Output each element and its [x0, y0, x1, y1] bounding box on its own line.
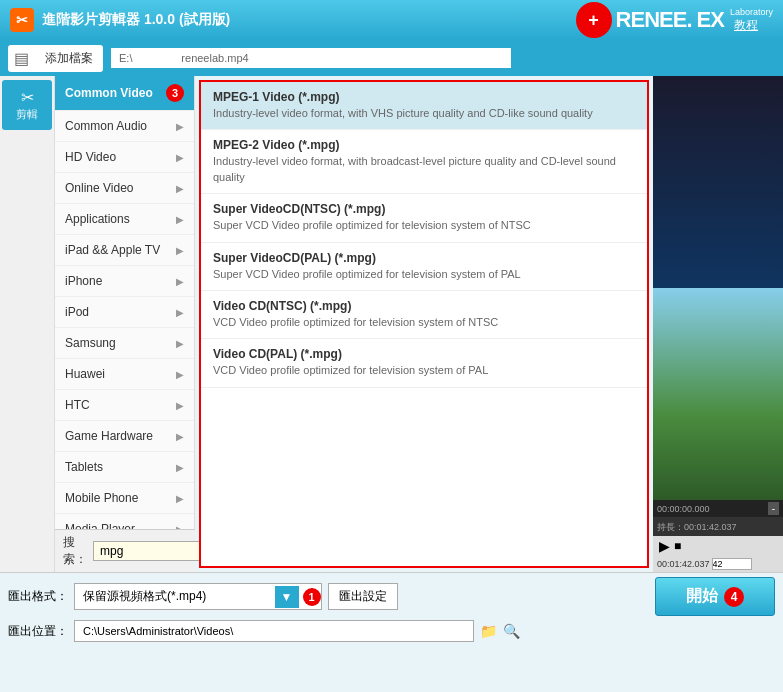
format-title: MPEG-2 Video (*.mpg): [213, 138, 635, 152]
format-item-vcd-pal[interactable]: Video CD(PAL) (*.mpg) VCD Video profile …: [201, 339, 647, 387]
menu-item-huawei[interactable]: Huawei ▶: [55, 359, 194, 390]
output-path-label: 匯出位置：: [8, 623, 68, 640]
annotation-1: 1: [303, 588, 321, 606]
menu-item-htc[interactable]: HTC ▶: [55, 390, 194, 421]
menu-item-hd-video[interactable]: HD Video ▶: [55, 142, 194, 173]
format-title: Super VideoCD(NTSC) (*.mpg): [213, 202, 635, 216]
arrow-icon: ▶: [176, 245, 184, 256]
menu-item-common-video[interactable]: Common Video 3: [55, 76, 194, 111]
arrow-icon: ▶: [176, 338, 184, 349]
menu-item-tablets[interactable]: Tablets ▶: [55, 452, 194, 483]
arrow-icon: ▶: [176, 276, 184, 287]
logo-lab: Laboratory: [730, 7, 773, 17]
logo-text: RENEE. EX: [616, 7, 724, 33]
format-item-mpeg1[interactable]: MPEG-1 Video (*.mpg) Industry-level vide…: [201, 82, 647, 130]
add-file-button[interactable]: 添加檔案: [35, 46, 103, 71]
format-item-svcd-pal[interactable]: Super VideoCD(PAL) (*.mpg) Super VCD Vid…: [201, 243, 647, 291]
format-title: Video CD(PAL) (*.mpg): [213, 347, 635, 361]
format-settings-button[interactable]: 匯出設定: [328, 583, 398, 610]
selected-format[interactable]: 保留源視頻格式(*.mp4): [75, 584, 275, 609]
arrow-icon: ▶: [176, 307, 184, 318]
menu-item-ipod[interactable]: iPod ▶: [55, 297, 194, 328]
stop-button[interactable]: ■: [674, 539, 681, 553]
player-end-time-bar: 持長：00:01:42.037: [653, 517, 783, 536]
player-timeline-bar: 00:01:42.037: [653, 556, 783, 572]
menu-item-mobile-phone[interactable]: Mobile Phone ▶: [55, 483, 194, 514]
format-title: Super VideoCD(PAL) (*.mpg): [213, 251, 635, 265]
format-desc: VCD Video profile optimized for televisi…: [213, 315, 635, 330]
format-desc: Super VCD Video profile optimized for te…: [213, 267, 635, 282]
player-zoom-out[interactable]: -: [768, 502, 779, 515]
player-controls: ▶ ■: [653, 536, 783, 556]
file-path-input[interactable]: [111, 48, 511, 68]
menu-item-online-video[interactable]: Online Video ▶: [55, 173, 194, 204]
format-menu: Common Video 3 Common Audio ▶ HD Video ▶…: [55, 76, 195, 529]
arrow-icon: ▶: [176, 183, 184, 194]
arrow-icon: ▶: [176, 121, 184, 132]
logo-area: + RENEE. EX Laboratory 教程: [576, 2, 773, 38]
left-tabs: ✂ 剪輯: [0, 76, 55, 572]
format-desc: Industry-level video format, with VHS pi…: [213, 106, 635, 121]
menu-item-samsung[interactable]: Samsung ▶: [55, 328, 194, 359]
player-end-time: 持長：00:01:42.037: [657, 522, 737, 532]
toolbar: ▤ 添加檔案: [0, 40, 783, 76]
format-desc: VCD Video profile optimized for televisi…: [213, 363, 635, 378]
arrow-icon: ▶: [176, 400, 184, 411]
annotation-3: 3: [166, 84, 184, 102]
video-preview-top: [653, 76, 783, 288]
edit-icon: ✂: [6, 88, 48, 107]
format-select-wrapper: 保留源視頻格式(*.mp4) ▼ 1: [74, 583, 322, 610]
menu-container: Common Video 3 Common Audio ▶ HD Video ▶…: [55, 76, 195, 572]
arrow-icon: ▶: [176, 369, 184, 380]
tutorial-link[interactable]: 教程: [734, 17, 758, 34]
title-bar: ✂ 進階影片剪輯器 1.0.0 (試用版) + RENEE. EX Labora…: [0, 0, 783, 40]
arrow-icon: ▶: [176, 152, 184, 163]
menu-item-ipad[interactable]: iPad && Apple TV ▶: [55, 235, 194, 266]
format-item-mpeg2[interactable]: MPEG-2 Video (*.mpg) Industry-level vide…: [201, 130, 647, 194]
player-time-input[interactable]: [712, 558, 752, 570]
format-item-vcd-ntsc[interactable]: Video CD(NTSC) (*.mpg) VCD Video profile…: [201, 291, 647, 339]
bottom-bar: 匯出格式： 保留源視頻格式(*.mp4) ▼ 1 匯出設定 開始 4 匯出位置：…: [0, 572, 783, 646]
search-bar: 搜索： ✕ 2: [55, 529, 195, 572]
logo-icon: +: [576, 2, 612, 38]
format-panel: MPEG-1 Video (*.mpg) Industry-level vide…: [195, 76, 653, 572]
format-title: MPEG-1 Video (*.mpg): [213, 90, 635, 104]
menu-item-applications[interactable]: Applications ▶: [55, 204, 194, 235]
format-desc: Super VCD Video profile optimized for te…: [213, 218, 635, 233]
main-area: ✂ 剪輯 Common Video 3 Common Audio ▶ HD Vi…: [0, 76, 783, 572]
player-current-time: 00:01:42.037: [657, 559, 710, 569]
format-dropdown-button[interactable]: ▼: [275, 586, 299, 608]
video-preview: 00:00:00.000 - 持長：00:01:42.037 ▶ ■ 00:01…: [653, 76, 783, 572]
app-title: 進階影片剪輯器 1.0.0 (試用版): [42, 11, 230, 29]
format-item-svcd-ntsc[interactable]: Super VideoCD(NTSC) (*.mpg) Super VCD Vi…: [201, 194, 647, 242]
format-list: MPEG-1 Video (*.mpg) Industry-level vide…: [199, 80, 649, 568]
annotation-4: 4: [724, 587, 744, 607]
tab-edit[interactable]: ✂ 剪輯: [2, 80, 52, 130]
video-preview-bottom: [653, 288, 783, 500]
output-path-row: 匯出位置： 📁 🔍: [8, 620, 775, 642]
start-button[interactable]: 開始 4: [655, 577, 775, 616]
format-desc: Industry-level video format, with broadc…: [213, 154, 635, 185]
menu-item-media-player[interactable]: Media Player ▶: [55, 514, 194, 529]
menu-item-iphone[interactable]: iPhone ▶: [55, 266, 194, 297]
play-button[interactable]: ▶: [659, 538, 670, 554]
arrow-icon: ▶: [176, 493, 184, 504]
menu-item-common-audio[interactable]: Common Audio ▶: [55, 111, 194, 142]
search-label: 搜索：: [63, 534, 87, 568]
output-format-label: 匯出格式：: [8, 588, 68, 605]
browse-folder-button[interactable]: 📁: [480, 623, 497, 639]
app-icon: ✂: [10, 8, 34, 32]
arrow-icon: ▶: [176, 431, 184, 442]
toolbar-icon: ▤: [8, 45, 35, 72]
player-time-bar: 00:00:00.000 -: [653, 500, 783, 517]
output-format-row: 匯出格式： 保留源視頻格式(*.mp4) ▼ 1 匯出設定 開始 4: [8, 577, 775, 616]
arrow-icon: ▶: [176, 214, 184, 225]
output-path-input[interactable]: [74, 620, 474, 642]
search-path-button[interactable]: 🔍: [503, 623, 520, 639]
format-title: Video CD(NTSC) (*.mpg): [213, 299, 635, 313]
player-start-time: 00:00:00.000: [657, 504, 710, 514]
menu-item-game-hardware[interactable]: Game Hardware ▶: [55, 421, 194, 452]
arrow-icon: ▶: [176, 462, 184, 473]
